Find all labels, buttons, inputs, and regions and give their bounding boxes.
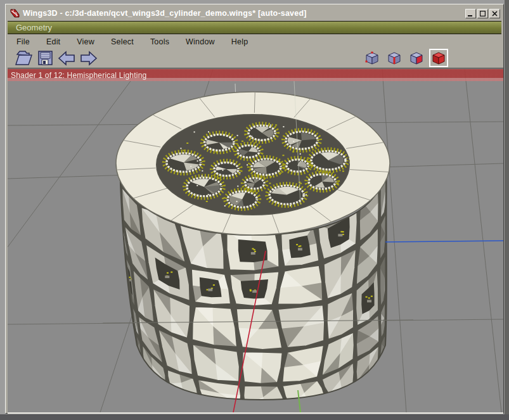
tool-bar bbox=[8, 48, 501, 68]
menu-file[interactable]: File bbox=[16, 36, 30, 48]
menu-tools[interactable]: Tools bbox=[150, 36, 169, 48]
forward-arrow-icon bbox=[79, 50, 98, 67]
geometry-window-title: Geometry bbox=[16, 23, 52, 32]
desktop-edge-bottom bbox=[0, 414, 509, 420]
redo-button[interactable] bbox=[79, 49, 98, 67]
back-arrow-icon bbox=[57, 50, 76, 67]
menu-help[interactable]: Help bbox=[231, 36, 248, 48]
save-file-button[interactable] bbox=[37, 49, 54, 67]
viewport-container: Shader 1 of 12: Hemispherical Lighting bbox=[8, 68, 503, 414]
maximize-button[interactable] bbox=[477, 9, 488, 18]
minimize-button[interactable] bbox=[465, 9, 476, 18]
menu-view[interactable]: View bbox=[77, 36, 94, 48]
menu-window[interactable]: Window bbox=[186, 36, 215, 48]
save-floppy-icon bbox=[37, 49, 54, 67]
selection-mode-group bbox=[363, 49, 448, 67]
geometry-viewport[interactable] bbox=[8, 68, 503, 412]
edge-mode-cube-icon bbox=[386, 50, 403, 66]
close-icon bbox=[492, 11, 498, 16]
open-file-button[interactable] bbox=[14, 49, 34, 67]
mode-body-button[interactable] bbox=[429, 49, 448, 67]
close-button[interactable] bbox=[489, 9, 500, 18]
window-title: Wings3D - c:/3d-daten/qcvt_wings3d_cylin… bbox=[23, 9, 307, 18]
desktop-edge-right bbox=[505, 0, 509, 420]
minimize-icon bbox=[468, 11, 474, 16]
menu-edit[interactable]: Edit bbox=[46, 36, 60, 48]
face-mode-cube-icon bbox=[408, 50, 425, 66]
menu-bar: File Edit View Select Tools Window Help bbox=[8, 35, 501, 48]
app-icon bbox=[10, 9, 20, 18]
mode-vertex-button[interactable] bbox=[363, 49, 382, 67]
maximize-icon bbox=[480, 11, 486, 16]
undo-button[interactable] bbox=[57, 49, 76, 67]
wings3d-window: Wings3D - c:/3d-daten/qcvt_wings3d_cylin… bbox=[5, 4, 504, 414]
mode-face-button[interactable] bbox=[407, 49, 426, 67]
geometry-window-header[interactable]: Geometry bbox=[8, 21, 501, 34]
body-mode-cube-icon bbox=[430, 50, 447, 66]
menu-select[interactable]: Select bbox=[111, 36, 134, 48]
mode-edge-button[interactable] bbox=[385, 49, 404, 67]
vertex-mode-cube-icon bbox=[364, 50, 380, 66]
title-bar[interactable]: Wings3D - c:/3d-daten/qcvt_wings3d_cylin… bbox=[8, 7, 501, 20]
shader-info-text: Shader 1 of 12: Hemispherical Lighting bbox=[11, 71, 146, 80]
open-folder-icon bbox=[14, 49, 34, 67]
shader-info-bar: Shader 1 of 12: Hemispherical Lighting bbox=[8, 69, 503, 81]
